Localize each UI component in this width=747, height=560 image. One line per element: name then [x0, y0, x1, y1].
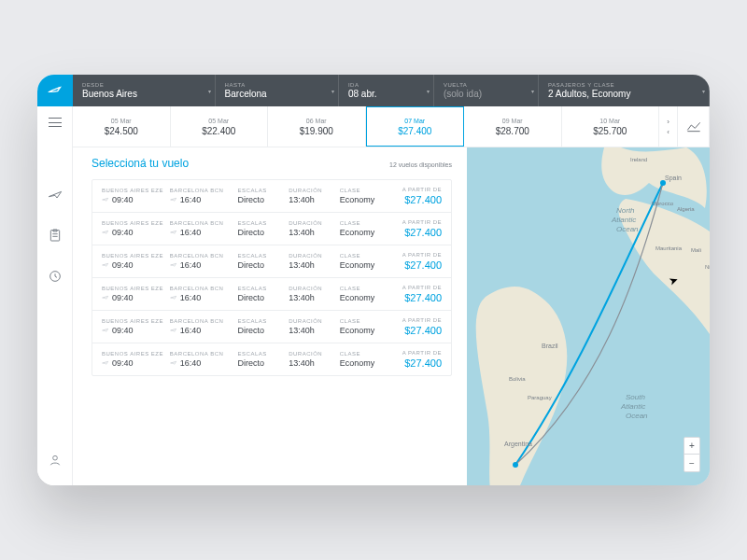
content-area: Seleccioná tu vuelo 12 vuelos disponible…: [73, 147, 710, 485]
zoom-out-button[interactable]: −: [684, 455, 699, 471]
date-price-cell[interactable]: 05 Mar$22.400: [171, 106, 269, 147]
col-value: Economy: [340, 195, 386, 204]
date-price-cell[interactable]: 10 Mar$25.700: [562, 106, 660, 147]
col-label: BUENOS AIRES EZE: [102, 286, 164, 291]
date-price-carousel: 05 Mar$24.50005 Mar$22.40006 Mar$19.9000…: [73, 106, 710, 147]
flight-row[interactable]: BUENOS AIRES EZE09:40BARCELONA BCN16:40E…: [92, 311, 451, 343]
col-value: 09:40: [102, 228, 164, 237]
col-value: Directo: [238, 326, 284, 335]
date-price-cell[interactable]: 05 Mar$24.500: [73, 106, 171, 147]
col-value: 16:40: [170, 260, 233, 270]
app-frame: Desde Buenos Aires ▾ Hasta Barcelona ▾ I…: [37, 75, 710, 485]
col-value: Directo: [238, 228, 284, 237]
date-price-cell[interactable]: 06 Mar$19.900: [268, 106, 366, 147]
price-value: $27.400: [390, 325, 442, 336]
search-return-date[interactable]: Vuelta (solo ida) ▾: [434, 75, 539, 106]
col-value: 16:40: [170, 293, 233, 302]
col-label: Escalas: [238, 253, 284, 259]
price-chart-button[interactable]: [678, 106, 710, 147]
plane-icon: [170, 359, 177, 367]
search-depart-date[interactable]: Ida 08 abr. ▾: [339, 75, 434, 106]
col-value: 16:40: [170, 195, 233, 204]
flight-row[interactable]: BUENOS AIRES EZE09:40BARCELONA BCN16:40E…: [92, 278, 451, 311]
col-label: Escalas: [238, 318, 284, 324]
plane-icon: [102, 327, 109, 334]
history-nav-icon[interactable]: [48, 269, 63, 284]
col-label: BUENOS AIRES EZE: [102, 318, 164, 324]
search-passengers[interactable]: Pasajeros y clase 2 Adultos, Economy ▾: [539, 75, 710, 106]
svg-text:Ni: Ni: [705, 264, 710, 270]
flight-row[interactable]: BUENOS AIRES EZE09:40BARCELONA BCN16:40E…: [92, 213, 451, 245]
nav-icons: [48, 187, 63, 284]
flights-nav-icon[interactable]: [48, 187, 63, 202]
plane-icon: [102, 359, 109, 367]
flight-row[interactable]: BUENOS AIRES EZE09:40BARCELONA BCN16:40E…: [92, 343, 451, 375]
col-value: Economy: [340, 228, 386, 237]
price-value: $27.400: [390, 259, 442, 271]
menu-button[interactable]: [49, 118, 62, 127]
col-value: 13:40h: [289, 228, 334, 237]
price-label: A partir de: [390, 252, 442, 258]
price-label: A partir de: [390, 285, 442, 290]
col-value: Economy: [340, 358, 386, 368]
col-value: 16:40: [170, 228, 233, 237]
search-go-label: Ida: [348, 82, 424, 88]
zoom-in-button[interactable]: +: [684, 438, 699, 455]
col-value: 09:40: [102, 195, 164, 204]
col-value: Economy: [340, 260, 386, 270]
col-label: BUENOS AIRES EZE: [102, 220, 164, 226]
date-price-cell[interactable]: 07 Mar$27.400: [366, 106, 465, 147]
col-label: BARCELONA BCN: [170, 286, 233, 291]
svg-text:Algeria: Algeria: [677, 206, 695, 212]
plane-icon: [170, 229, 177, 236]
flight-row[interactable]: BUENOS AIRES EZE09:40BARCELONA BCN16:40E…: [92, 180, 451, 213]
profile-icon[interactable]: [49, 454, 62, 467]
col-label: BARCELONA BCN: [170, 318, 233, 324]
date-price-cell[interactable]: 09 Mar$28.700: [464, 106, 562, 147]
map-zoom-controls: + −: [684, 437, 700, 472]
svg-text:Bolivia: Bolivia: [509, 376, 526, 382]
search-from[interactable]: Desde Buenos Aires ▾: [73, 75, 216, 106]
cell-price: $24.500: [105, 126, 138, 136]
svg-text:Paraguay: Paraguay: [528, 395, 552, 400]
col-value: 13:40h: [289, 260, 334, 270]
col-label: BARCELONA BCN: [170, 188, 233, 193]
cell-date: 09 Mar: [502, 118, 523, 124]
search-to-value: Barcelona: [225, 89, 329, 99]
cell-date: 07 Mar: [404, 118, 425, 124]
col-label: Clase: [340, 286, 386, 291]
flight-row[interactable]: BUENOS AIRES EZE09:40BARCELONA BCN16:40E…: [92, 245, 451, 278]
price-value: $27.400: [390, 357, 442, 369]
price-label: A partir de: [390, 350, 442, 356]
plane-icon: [170, 196, 177, 203]
svg-text:Ocean: Ocean: [616, 225, 639, 233]
carousel-next-button[interactable]: ›‹: [659, 106, 678, 147]
col-label: Duración: [289, 351, 334, 357]
search-to[interactable]: Hasta Barcelona ▾: [216, 75, 339, 106]
route-map[interactable]: North Atlantic Ocean South Atlantic Ocea…: [467, 147, 710, 485]
chevron-down-icon: ▾: [702, 88, 705, 94]
chevron-down-icon: ▾: [531, 88, 534, 94]
svg-text:Brazil: Brazil: [542, 343, 558, 349]
col-label: Escalas: [238, 188, 284, 193]
cell-price: $25.700: [593, 126, 627, 136]
plane-icon: [102, 294, 109, 301]
col-label: Escalas: [238, 286, 284, 291]
svg-text:Ocean: Ocean: [626, 412, 648, 420]
search-bar: Desde Buenos Aires ▾ Hasta Barcelona ▾ I…: [73, 75, 710, 106]
itinerary-nav-icon[interactable]: [48, 228, 63, 243]
map-canvas: North Atlantic Ocean South Atlantic Ocea…: [467, 147, 710, 485]
col-value: 09:40: [102, 293, 164, 302]
col-label: Clase: [340, 220, 386, 226]
col-value: 16:40: [170, 358, 233, 368]
col-label: Clase: [340, 253, 386, 259]
brand-logo[interactable]: [37, 75, 73, 106]
col-label: BARCELONA BCN: [170, 220, 233, 226]
search-from-label: Desde: [82, 82, 205, 88]
bird-icon: [48, 83, 63, 98]
svg-text:Argentina: Argentina: [504, 441, 532, 448]
list-header: Seleccioná tu vuelo 12 vuelos disponible…: [92, 157, 452, 170]
col-label: Duración: [289, 253, 334, 259]
col-label: BUENOS AIRES EZE: [102, 188, 164, 193]
search-back-label: Vuelta: [444, 82, 529, 88]
